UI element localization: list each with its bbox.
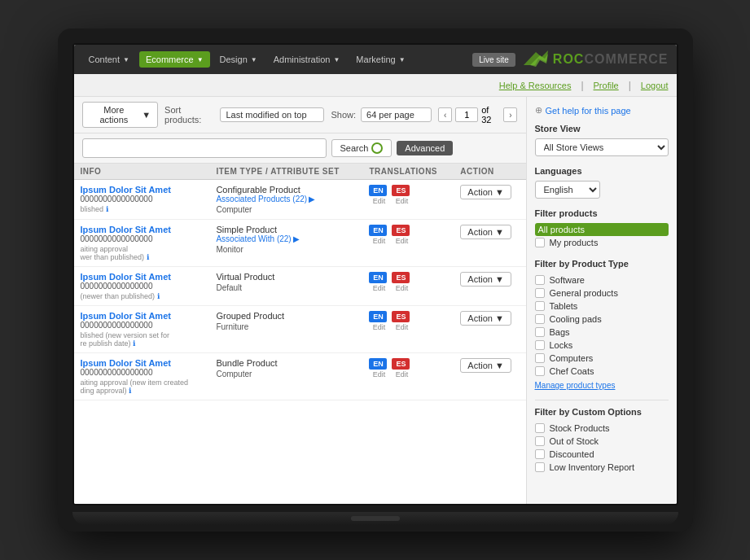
action-button-3[interactable]: Action ▼: [460, 272, 511, 287]
assoc-link-2[interactable]: Associated With (22) ▶: [216, 234, 356, 243]
product-name-3[interactable]: Ipsum Dolor Sit Amet: [81, 272, 204, 282]
filter-type-tablets[interactable]: Tablets: [535, 300, 669, 313]
product-name-2[interactable]: Ipsum Dolor Sit Amet: [81, 225, 204, 234]
languages-title: Languages: [535, 166, 669, 176]
cell-action-3: Action ▼: [454, 267, 525, 306]
languages-section: Languages English: [535, 166, 669, 199]
filter-type-locks[interactable]: Locks: [535, 339, 669, 352]
main-layout: More actions ▼ Sort products: Last modif…: [74, 97, 677, 504]
action-button-2[interactable]: Action ▼: [460, 225, 511, 239]
type-software-checkbox: [535, 275, 545, 285]
product-name-4[interactable]: Ipsum Dolor Sit Amet: [81, 311, 204, 321]
product-name-5[interactable]: Ipsum Dolor Sit Amet: [81, 358, 204, 368]
trans-en-4[interactable]: EN Edit: [369, 311, 388, 331]
right-sidebar: ⊕ Get help for this page Store View All …: [526, 97, 677, 504]
assoc-arrow-1: ▶: [309, 195, 315, 203]
filter-type-software[interactable]: Software: [535, 273, 669, 287]
cell-info-4: Ipsum Dolor Sit Amet 0000000000000000 bl…: [74, 306, 210, 353]
filter-low-inventory[interactable]: Low Inventory Report: [535, 461, 669, 474]
store-view-title: Store View: [535, 124, 669, 133]
cell-trans-2: EN Edit ES Edit: [362, 220, 454, 267]
out-of-stock-checkbox: [535, 436, 545, 446]
top-nav-right: Live site ROCCOMMERCE: [472, 50, 668, 68]
filter-type-cooling[interactable]: Cooling pads: [535, 313, 669, 326]
translation-cell-4: EN Edit ES Edit: [369, 311, 447, 331]
trans-es-1[interactable]: ES Edit: [392, 185, 411, 205]
type-locks-checkbox: [535, 340, 545, 350]
filter-out-of-stock[interactable]: Out of Stock: [535, 435, 669, 448]
product-sku-4: 0000000000000000: [81, 321, 204, 330]
product-type-1: Configurable Product: [216, 185, 356, 195]
action-button-1[interactable]: Action ▼: [460, 185, 511, 199]
store-view-select[interactable]: All Store Views: [535, 138, 669, 156]
trans-en-5[interactable]: EN Edit: [369, 358, 388, 378]
nav-content-arrow: ▼: [123, 56, 129, 63]
trans-es-2[interactable]: ES Edit: [392, 225, 411, 245]
es-badge-3: ES: [392, 272, 410, 283]
cell-type-2: Simple Product Associated With (22) ▶ Mo…: [209, 220, 362, 267]
logout-link[interactable]: Logout: [641, 81, 669, 90]
cell-action-4: Action ▼: [454, 306, 525, 353]
search-button[interactable]: Search: [331, 139, 393, 157]
help-resources-link[interactable]: Help & Resources: [499, 81, 572, 90]
trans-es-3[interactable]: ES Edit: [392, 272, 411, 292]
nav-content[interactable]: Content ▼: [82, 51, 136, 68]
next-page-button[interactable]: ›: [503, 107, 517, 122]
product-status-3: (newer than published) ℹ: [81, 292, 204, 300]
nav-design[interactable]: Design ▼: [213, 51, 264, 68]
more-actions-button[interactable]: More actions ▼: [82, 102, 159, 128]
trans-en-3[interactable]: EN Edit: [369, 272, 388, 292]
sub-nav: Help & Resources | Profile | Logout: [74, 74, 677, 97]
product-status-5: aiting approval (new item createdding ap…: [81, 378, 204, 395]
product-sku-1: 0000000000000000: [81, 195, 204, 203]
table-row: Ipsum Dolor Sit Amet 0000000000000000 ai…: [74, 353, 526, 400]
table-row: Ipsum Dolor Sit Amet 0000000000000000 bl…: [74, 180, 526, 220]
show-select[interactable]: 64 per page: [361, 107, 432, 122]
trans-en-1[interactable]: EN Edit: [369, 185, 388, 205]
assoc-link-1[interactable]: Associated Products (22) ▶: [216, 195, 356, 203]
manage-types-link[interactable]: Manage product types: [535, 381, 669, 390]
filter-discounted[interactable]: Discounted: [535, 448, 669, 461]
product-name-1[interactable]: Ipsum Dolor Sit Amet: [81, 185, 204, 195]
language-select[interactable]: English: [535, 181, 600, 199]
filter-type-computers[interactable]: Computers: [535, 352, 669, 365]
attr-set-2: Monitor: [216, 245, 356, 254]
cell-action-5: Action ▼: [454, 353, 525, 400]
action-arrow-3: ▼: [495, 274, 504, 284]
trans-es-5[interactable]: ES Edit: [392, 358, 411, 378]
translation-cell-3: EN Edit ES Edit: [369, 272, 447, 292]
action-button-5[interactable]: Action ▼: [460, 358, 511, 373]
filter-type-general[interactable]: General products: [535, 287, 669, 300]
live-site-button[interactable]: Live site: [472, 53, 515, 67]
filter-stock-products[interactable]: Stock Products: [535, 422, 669, 435]
prev-page-button[interactable]: ‹: [438, 107, 452, 122]
cell-type-5: Bundle Product Computer: [209, 353, 362, 400]
advanced-button[interactable]: Advanced: [397, 141, 453, 155]
sidebar-divider: [535, 400, 669, 400]
trans-es-4[interactable]: ES Edit: [392, 311, 411, 331]
low-inventory-checkbox: [535, 462, 545, 472]
product-type-5: Bundle Product: [216, 358, 356, 368]
search-input[interactable]: [82, 138, 327, 158]
table-row: Ipsum Dolor Sit Amet 0000000000000000 (n…: [74, 267, 526, 306]
filter-type-bags[interactable]: Bags: [535, 326, 669, 339]
filter-by-type-section: Filter by Product Type Software General …: [535, 259, 669, 390]
show-area: Show: 64 per page: [331, 107, 432, 122]
filter-my-products[interactable]: My products: [535, 236, 669, 249]
nav-marketing-arrow: ▼: [399, 56, 406, 63]
trans-en-2[interactable]: EN Edit: [369, 225, 388, 245]
col-info: INFO: [74, 164, 210, 180]
show-label: Show:: [331, 110, 356, 120]
filter-type-chef-coats[interactable]: Chef Coats: [535, 365, 669, 378]
profile-link[interactable]: Profile: [594, 81, 619, 90]
action-button-4[interactable]: Action ▼: [460, 311, 511, 326]
translation-cell-1: EN Edit ES Edit: [369, 185, 447, 205]
nav-administration[interactable]: Administration ▼: [267, 51, 347, 68]
help-link[interactable]: ⊕ Get help for this page: [535, 105, 669, 116]
sort-select[interactable]: Last modified on top: [220, 107, 324, 122]
product-sku-3: 0000000000000000: [81, 282, 204, 291]
page-input[interactable]: [455, 107, 478, 122]
filter-all-products[interactable]: All products: [535, 223, 669, 236]
nav-ecommerce[interactable]: Ecommerce ▼: [139, 51, 210, 68]
nav-marketing[interactable]: Marketing ▼: [349, 51, 411, 68]
